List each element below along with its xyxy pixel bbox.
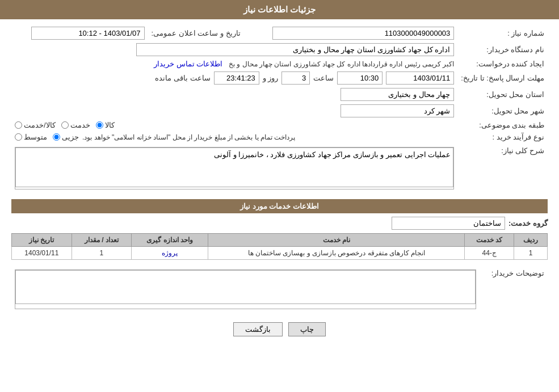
tabaqa-label: طبقه بندی موضوعی: xyxy=(457,119,548,131)
buyer-notes-label: توضیحات خریدار: xyxy=(480,265,548,313)
ostan-label: استان محل تحویل: xyxy=(457,86,548,103)
radio-jozii-label: جزیی xyxy=(62,133,79,141)
back-button[interactable]: بازگشت xyxy=(233,322,283,336)
farayand-label: نوع فرآیند خرید : xyxy=(457,131,548,143)
mohlat-countdown-input[interactable] xyxy=(214,71,259,85)
row-buyer-notes: توضیحات خریدار: xyxy=(11,265,548,313)
farayand-desc: پرداخت تمام یا بخشی از مبلغ خریدار از مح… xyxy=(82,133,295,141)
page-title: جزئیات اطلاعات نیاز xyxy=(0,0,559,19)
radio-kala[interactable] xyxy=(96,121,103,129)
row-sharh: شرح کلی نیاز: xyxy=(11,143,548,193)
sharh-area-wrapper xyxy=(15,147,454,189)
buyer-notes-value xyxy=(11,265,480,313)
col-radif: ردیف xyxy=(514,234,548,247)
radio-motavaset-item: متوسط xyxy=(15,133,47,141)
mohlat-label: مهلت ارسال پاسخ: تا تاریخ: xyxy=(457,70,548,86)
radio-khedmat[interactable] xyxy=(61,121,69,129)
radio-khedmat-item: خدمت xyxy=(61,121,90,129)
row-ijad-konande: ایجاد کننده درخواست: اکبر کریمی رئیس ادا… xyxy=(11,58,548,70)
nam-dastgah-value xyxy=(11,41,457,58)
mohlat-bagi-text: ساعت باقی مانده xyxy=(155,74,210,82)
ettelaat-tamas-link[interactable]: اطلاعات تماس خریدار xyxy=(154,60,222,68)
mohlat-rooz-input[interactable] xyxy=(281,71,310,85)
col-kod-khedmat: کد خدمت xyxy=(465,234,514,247)
main-content: شماره نیاز : تاریخ و ساعت اعلان عمومی: ن… xyxy=(0,19,559,348)
shomara-niaz-label: شماره نیاز : xyxy=(457,25,548,41)
tarikh-value xyxy=(11,25,148,41)
mohlat-saat-input[interactable] xyxy=(337,71,383,85)
col-name-khedmat: نام خدمت xyxy=(208,234,465,247)
buyer-notes-wrapper xyxy=(15,269,476,309)
radio-khedmat-label: خدمت xyxy=(70,121,90,129)
tarikh-label: تاریخ و ساعت اعلان عمومی: xyxy=(148,25,244,41)
row-nam-dastgah: نام دستگاه خریدار: xyxy=(11,41,548,58)
group-khedmat-row: گروه خدمت: xyxy=(11,217,548,230)
radio-kala-khedmat-label: کالا/خدمت xyxy=(24,121,56,129)
radio-motavaset[interactable] xyxy=(15,133,22,141)
ijad-konande-text: اکبر کریمی رئیس اداره قراردادها اداره کل… xyxy=(229,60,454,68)
row-ostan: استان محل تحویل: xyxy=(11,86,548,103)
col-tarikh-niaz: تاریخ نیاز xyxy=(12,234,72,247)
shahr-value xyxy=(11,103,457,119)
cell-tarikh-niaz: 1403/01/11 xyxy=(12,247,72,260)
info-table: شماره نیاز : تاریخ و ساعت اعلان عمومی: ن… xyxy=(11,25,548,193)
services-table: ردیف کد خدمت نام خدمت واحد اندازه گیری ت… xyxy=(11,233,548,260)
row-tabaqa: طبقه بندی موضوعی: کالا/خدمت خدمت xyxy=(11,119,548,131)
ostan-input[interactable] xyxy=(341,88,454,101)
rooz-label: روز و xyxy=(263,74,279,82)
services-section-header: اطلاعات خدمات مورد نیاز xyxy=(11,199,548,213)
radio-motavaset-label: متوسط xyxy=(24,133,47,141)
page-wrapper: جزئیات اطلاعات نیاز شماره نیاز : تاریخ و… xyxy=(0,0,559,392)
cell-vahed: پروژه xyxy=(132,247,208,260)
buttons-row: بازگشت چاپ xyxy=(11,322,548,336)
sharh-textarea[interactable] xyxy=(15,147,453,187)
mohlat-date-input[interactable] xyxy=(386,71,454,85)
mohlat-value: ساعت باقی مانده روز و ساعت xyxy=(11,70,457,86)
saat-label: ساعت xyxy=(313,74,334,82)
nam-dastgah-input[interactable] xyxy=(136,43,454,56)
row-mohlat: مهلت ارسال پاسخ: تا تاریخ: ساعت باقی مان… xyxy=(11,70,548,86)
row-shahr: شهر محل تحویل: xyxy=(11,103,548,119)
sharh-value xyxy=(11,143,457,193)
buyer-notes-textarea[interactable] xyxy=(15,270,476,304)
row-shomara-tarikh: شماره نیاز : تاریخ و ساعت اعلان عمومی: xyxy=(11,25,548,41)
cell-name-khedmat: انجام کارهای متفرقه درخصوص بازسازی و بهس… xyxy=(208,247,465,260)
radio-kala-label: کالا xyxy=(105,121,115,129)
ijad-konande-label: ایجاد کننده درخواست: xyxy=(457,58,548,70)
shomara-niaz-input[interactable] xyxy=(272,27,454,40)
shahr-input[interactable] xyxy=(341,104,454,117)
radio-kala-khedmat[interactable] xyxy=(15,121,22,129)
nam-dastgah-label: نام دستگاه خریدار: xyxy=(457,41,548,58)
radio-kala-item: کالا xyxy=(96,121,115,129)
table-row: 1 ج-44 انجام کارهای متفرقه درخصوص بازساز… xyxy=(12,247,548,260)
row-farayand: نوع فرآیند خرید : متوسط جزیی xyxy=(11,131,548,143)
col-vahed: واحد اندازه گیری xyxy=(132,234,208,247)
group-khedmat-label: گروه خدمت: xyxy=(508,219,548,227)
ijad-konande-value: اکبر کریمی رئیس اداره قراردادها اداره کل… xyxy=(11,58,457,70)
buyer-notes-table: توضیحات خریدار: xyxy=(11,265,548,313)
cell-tedad: 1 xyxy=(72,247,132,260)
shahr-label: شهر محل تحویل: xyxy=(457,103,548,119)
group-khedmat-input[interactable] xyxy=(392,217,505,230)
radio-kala-khedmat-item: کالا/خدمت xyxy=(15,121,56,129)
cell-kod-khedmat: ج-44 xyxy=(465,247,514,260)
print-button[interactable]: چاپ xyxy=(288,322,326,336)
cell-radif: 1 xyxy=(514,247,548,260)
ostan-value xyxy=(11,86,457,103)
col-tedad: تعداد / مقدار xyxy=(72,234,132,247)
radio-jozii[interactable] xyxy=(53,133,60,141)
shomara-niaz-value xyxy=(244,25,458,41)
farayand-value: متوسط جزیی پرداخت تمام یا بخشی از مبلغ خ… xyxy=(11,131,457,143)
tarikh-input[interactable] xyxy=(31,27,145,40)
tabaqa-value: کالا/خدمت خدمت کالا xyxy=(11,119,457,131)
services-table-header-row: ردیف کد خدمت نام خدمت واحد اندازه گیری ت… xyxy=(12,234,548,247)
radio-jozii-item: جزیی xyxy=(53,133,79,141)
sharh-label: شرح کلی نیاز: xyxy=(457,143,548,193)
